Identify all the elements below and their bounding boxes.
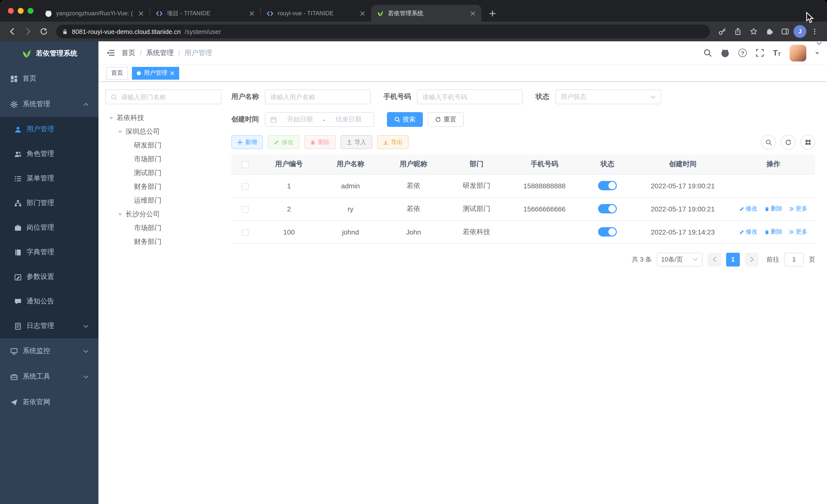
sidebar-item-param-settings[interactable]: 参数设置 bbox=[0, 265, 98, 289]
sidebar-item-post-mgmt[interactable]: 岗位管理 bbox=[0, 215, 98, 240]
toggle-search-icon[interactable] bbox=[761, 135, 776, 150]
browser-tab-ruoyi-active[interactable]: 若依管理系统 bbox=[371, 5, 481, 22]
app-logo[interactable]: 若依管理系统 bbox=[0, 41, 98, 66]
search-button[interactable]: 搜索 bbox=[387, 112, 423, 127]
tag-user-mgmt-active[interactable]: 用户管理 bbox=[132, 67, 179, 79]
tab-close-icon[interactable] bbox=[248, 9, 255, 17]
sidebar-item-role-mgmt[interactable]: 角色管理 bbox=[0, 142, 98, 166]
back-icon[interactable] bbox=[5, 24, 20, 39]
refresh-icon[interactable] bbox=[781, 135, 795, 150]
passwords-key-icon[interactable] bbox=[715, 24, 730, 39]
export-button[interactable]: 导出 bbox=[377, 135, 408, 149]
edit-button[interactable]: 修改 bbox=[268, 135, 299, 149]
row-more-link[interactable]: 更多 bbox=[789, 205, 808, 213]
avatar-caret-icon[interactable] bbox=[815, 52, 819, 56]
select-all-checkbox[interactable] bbox=[242, 161, 249, 168]
tree-node-leaf[interactable]: 市场部门 bbox=[105, 153, 222, 166]
phone-input[interactable] bbox=[422, 93, 517, 101]
new-tab-button[interactable] bbox=[485, 6, 499, 20]
tree-node-leaf[interactable]: 财务部门 bbox=[105, 180, 222, 194]
search-icon[interactable] bbox=[703, 49, 712, 57]
tree-node-leaf[interactable]: 研发部门 bbox=[105, 139, 222, 153]
font-size-icon[interactable]: TT bbox=[773, 49, 781, 57]
breadcrumb-item-system[interactable]: 系统管理 bbox=[146, 48, 174, 57]
goto-page-input[interactable] bbox=[784, 253, 804, 266]
tab-close-icon[interactable] bbox=[469, 9, 477, 17]
help-icon[interactable]: ? bbox=[738, 49, 747, 57]
status-toggle[interactable] bbox=[598, 181, 617, 190]
share-icon[interactable] bbox=[731, 24, 745, 39]
browser-tab-rouyi-vue[interactable]: rouyi-vue - TITANIDE bbox=[261, 5, 371, 22]
sidebar-item-user-mgmt[interactable]: 用户管理 bbox=[0, 117, 98, 142]
tag-home[interactable]: 首页 bbox=[106, 67, 128, 79]
row-delete-link[interactable]: 删除 bbox=[764, 228, 782, 236]
row-checkbox[interactable] bbox=[242, 183, 249, 189]
tab-close-icon[interactable] bbox=[358, 9, 366, 17]
bookmark-star-icon[interactable] bbox=[746, 24, 761, 39]
zoom-window-button[interactable] bbox=[28, 8, 34, 14]
sidebar-item-monitor[interactable]: 系统监控 bbox=[0, 338, 98, 364]
tree-node-leaf[interactable]: 运维部门 bbox=[105, 194, 222, 208]
tree-caret-icon[interactable] bbox=[118, 131, 122, 135]
tree-node-root[interactable]: 若依科技 bbox=[105, 111, 222, 125]
tree-node-leaf[interactable]: 测试部门 bbox=[105, 166, 222, 180]
import-button[interactable]: 导入 bbox=[341, 135, 372, 149]
status-toggle[interactable] bbox=[598, 204, 617, 213]
tag-close-icon[interactable] bbox=[170, 71, 174, 75]
reload-icon[interactable] bbox=[37, 24, 51, 39]
tree-node-branch[interactable]: 深圳总公司 bbox=[105, 125, 222, 139]
row-more-link[interactable]: 更多 bbox=[789, 228, 808, 236]
monitor-icon bbox=[10, 347, 18, 355]
address-bar[interactable]: 8081-rouyi-vue-demo.cloud.titanide.cn/sy… bbox=[56, 24, 710, 38]
browser-menu-icon[interactable] bbox=[807, 24, 822, 39]
browser-tab-github[interactable]: yangzongzhuan/RuoYi-Vue: (R bbox=[39, 5, 150, 22]
sidebar-item-home[interactable]: 首页 bbox=[0, 66, 98, 92]
next-page-button[interactable] bbox=[745, 253, 759, 266]
delete-button[interactable]: 删除 bbox=[304, 135, 336, 149]
reset-button[interactable]: 重置 bbox=[428, 112, 464, 127]
tree-node-leaf[interactable]: 市场部门 bbox=[105, 221, 222, 235]
row-delete-link[interactable]: 删除 bbox=[764, 205, 782, 213]
status-toggle[interactable] bbox=[598, 227, 617, 236]
user-avatar[interactable] bbox=[790, 45, 806, 61]
minimize-window-button[interactable] bbox=[18, 8, 23, 14]
page-number-button[interactable]: 1 bbox=[726, 253, 740, 266]
page-size-select[interactable]: 10条/页 bbox=[657, 253, 702, 266]
columns-grid-icon[interactable] bbox=[800, 135, 815, 150]
sidebar-item-menu-mgmt[interactable]: 菜单管理 bbox=[0, 166, 98, 191]
browser-profile-avatar[interactable]: J bbox=[793, 25, 806, 38]
dept-search-input[interactable] bbox=[121, 93, 216, 101]
github-icon[interactable] bbox=[721, 48, 730, 57]
close-window-button[interactable] bbox=[8, 8, 14, 14]
row-edit-link[interactable]: 修改 bbox=[739, 228, 757, 236]
sidebar-item-official-site[interactable]: 若依官网 bbox=[0, 389, 98, 415]
tab-close-icon[interactable] bbox=[137, 9, 145, 17]
add-button[interactable]: 新增 bbox=[231, 135, 263, 149]
sidebar-item-log-mgmt[interactable]: 日志管理 bbox=[0, 314, 98, 338]
fullscreen-icon[interactable] bbox=[756, 49, 764, 57]
sidebar-submenu-system: 用户管理 角色管理 菜单管理 bbox=[0, 117, 98, 338]
row-edit-link[interactable]: 修改 bbox=[739, 205, 757, 213]
username-input[interactable] bbox=[270, 93, 365, 101]
side-panel-icon[interactable] bbox=[778, 24, 792, 39]
breadcrumb-item-home[interactable]: 首页 bbox=[121, 48, 135, 57]
date-range-picker[interactable]: 开始日期 - 结束日期 bbox=[265, 112, 374, 127]
prev-page-button[interactable] bbox=[708, 253, 721, 266]
browser-tab-project[interactable]: 项目 - TITANIDE bbox=[150, 5, 260, 22]
row-checkbox[interactable] bbox=[242, 229, 249, 236]
sidebar-item-dept-mgmt[interactable]: 部门管理 bbox=[0, 191, 98, 215]
row-checkbox[interactable] bbox=[242, 206, 249, 213]
tree-caret-icon[interactable] bbox=[109, 117, 113, 121]
collapse-chevron-icon[interactable] bbox=[816, 41, 822, 45]
tree-node-branch[interactable]: 长沙分公司 bbox=[105, 208, 222, 221]
sidebar-item-tools[interactable]: 系统工具 bbox=[0, 364, 98, 389]
sidebar-item-dict-mgmt[interactable]: 字典管理 bbox=[0, 240, 98, 265]
tree-node-leaf[interactable]: 财务部门 bbox=[105, 235, 222, 249]
extensions-puzzle-icon[interactable] bbox=[762, 24, 777, 39]
status-select[interactable]: 用户状态 bbox=[555, 90, 661, 104]
tree-caret-icon[interactable] bbox=[118, 213, 122, 218]
sidebar-item-system[interactable]: 系统管理 bbox=[0, 92, 98, 117]
forward-icon[interactable] bbox=[21, 24, 36, 39]
sidebar-item-notice[interactable]: 通知公告 bbox=[0, 289, 98, 314]
sidebar-toggle-icon[interactable] bbox=[106, 49, 115, 57]
